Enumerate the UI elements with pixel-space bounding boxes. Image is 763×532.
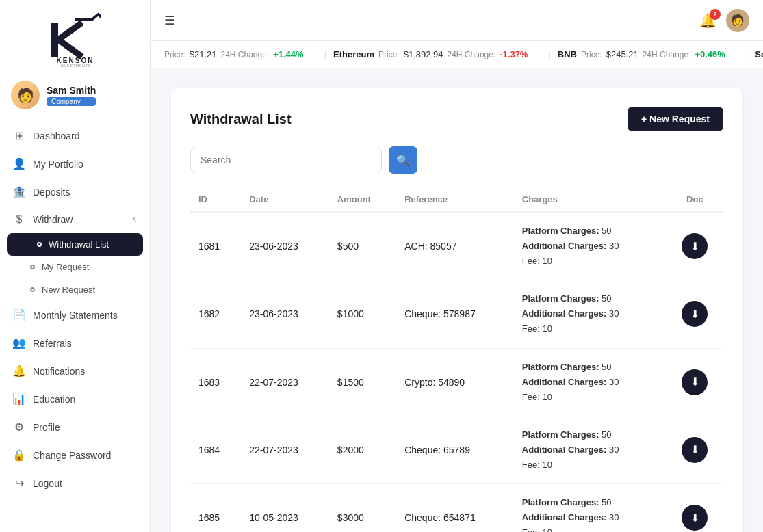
profile-icon: ⚙ bbox=[12, 421, 26, 434]
main-area: ☰ 🔔 2 🧑 Price: $21.21 24H Change: +1.44%… bbox=[151, 0, 763, 532]
cell-date: 10-05-2023 bbox=[241, 484, 329, 532]
cell-amount: $1000 bbox=[329, 280, 396, 348]
sidebar-item-notifications[interactable]: 🔔 Notifications bbox=[0, 357, 150, 385]
cell-charges: Platform Charges: 50 Additional Charges:… bbox=[514, 212, 667, 280]
notification-badge: 2 bbox=[710, 9, 721, 20]
ticker-change-label: 24H Change: bbox=[448, 50, 496, 59]
svg-text:INVESTMENTS: INVESTMENTS bbox=[59, 64, 91, 67]
col-amount: Amount bbox=[329, 187, 396, 212]
referrals-icon: 👥 bbox=[12, 336, 26, 349]
cell-date: 23-06-2023 bbox=[241, 280, 329, 348]
download-button[interactable]: ⬇ bbox=[682, 233, 708, 259]
ticker-price-label: Price: bbox=[581, 50, 602, 59]
sidebar-item-dashboard[interactable]: ⊞ Dashboard bbox=[0, 122, 150, 150]
download-button[interactable]: ⬇ bbox=[682, 505, 708, 531]
cell-id: 1682 bbox=[190, 280, 241, 348]
withdrawal-panel: Withdrawal List + New Request 🔍 ID Date … bbox=[171, 88, 742, 532]
sidebar-item-my-request[interactable]: My Request bbox=[0, 256, 150, 278]
user-name: Sam Smith bbox=[47, 85, 96, 96]
hamburger-button[interactable]: ☰ bbox=[164, 13, 175, 28]
search-icon: 🔍 bbox=[396, 154, 410, 167]
withdrawal-table: ID Date Amount Reference Charges Doc 168… bbox=[190, 187, 723, 532]
logo: KENSON INVESTMENTS bbox=[44, 12, 106, 67]
education-icon: 📊 bbox=[12, 393, 26, 405]
topbar-right: 🔔 2 🧑 bbox=[699, 9, 749, 32]
lock-icon: 🔒 bbox=[12, 449, 26, 462]
page-title: Withdrawal List bbox=[190, 111, 292, 127]
cell-reference: Cheque: 654871 bbox=[396, 484, 514, 532]
cell-charges: Platform Charges: 50 Additional Charges:… bbox=[514, 484, 667, 532]
dashboard-icon: ⊞ bbox=[12, 129, 26, 142]
cell-date: 23-06-2023 bbox=[241, 212, 329, 280]
col-id: ID bbox=[190, 187, 241, 212]
download-button[interactable]: ⬇ bbox=[682, 437, 708, 463]
sidebar-item-withdraw[interactable]: $ Withdraw ∧ bbox=[0, 206, 150, 233]
sidebar-item-label: Dashboard bbox=[33, 131, 138, 142]
portfolio-icon: 👤 bbox=[12, 157, 26, 170]
cell-amount: $2000 bbox=[329, 416, 396, 483]
sidebar-item-profile[interactable]: ⚙ Profile bbox=[0, 413, 150, 441]
sidebar-item-label: Change Password bbox=[33, 450, 138, 461]
ticker-separator: | bbox=[548, 49, 550, 59]
ticker-price-label: Price: bbox=[164, 50, 185, 59]
sidebar-item-label: Logout bbox=[33, 478, 138, 489]
search-input[interactable] bbox=[190, 148, 382, 172]
sidebar-subitem-label: New Request bbox=[42, 284, 95, 295]
sidebar-item-label: Referrals bbox=[33, 338, 138, 349]
sidebar-item-change-password[interactable]: 🔒 Change Password bbox=[0, 441, 150, 469]
withdraw-icon: $ bbox=[12, 213, 26, 226]
topbar-avatar[interactable]: 🧑 bbox=[726, 9, 749, 32]
sub-dot-icon bbox=[37, 242, 42, 247]
table-row: 1683 22-07-2023 $1500 Crypto: 54890 Plat… bbox=[190, 348, 723, 416]
sidebar-item-label: Monthly Statements bbox=[33, 310, 138, 321]
ticker-price: $21.21 bbox=[190, 49, 217, 59]
sidebar-item-label: Notifications bbox=[33, 366, 138, 377]
cell-doc: ⬇ bbox=[667, 484, 723, 532]
notifications-button[interactable]: 🔔 2 bbox=[699, 12, 716, 29]
cell-charges: Platform Charges: 50 Additional Charges:… bbox=[514, 416, 667, 483]
content-area: Withdrawal List + New Request 🔍 ID Date … bbox=[151, 68, 763, 532]
cell-id: 1681 bbox=[190, 212, 241, 280]
chevron-up-icon: ∧ bbox=[131, 215, 138, 224]
cell-charges: Platform Charges: 50 Additional Charges:… bbox=[514, 348, 667, 416]
new-request-button[interactable]: + New Request bbox=[628, 107, 723, 131]
sidebar-item-withdrawal-list[interactable]: Withdrawal List bbox=[7, 233, 143, 256]
ticker-change-label: 24H Change: bbox=[220, 50, 269, 59]
ticker-price: $1,892.94 bbox=[404, 49, 443, 59]
ticker-name: Solana bbox=[755, 49, 763, 59]
sidebar-item-portfolio[interactable]: 👤 My Portfolio bbox=[0, 150, 150, 178]
sidebar-item-label: Deposits bbox=[33, 187, 138, 198]
cell-amount: $1500 bbox=[329, 348, 396, 416]
ticker-change-label: 24H Change: bbox=[643, 50, 691, 59]
table-header-row: ID Date Amount Reference Charges Doc bbox=[190, 187, 723, 212]
sidebar-item-referrals[interactable]: 👥 Referrals bbox=[0, 329, 150, 357]
monthly-statements-icon: 📄 bbox=[12, 308, 26, 321]
cell-amount: $500 bbox=[329, 212, 396, 280]
ticker-name: BNB bbox=[558, 49, 577, 59]
sidebar-subitem-label: Withdrawal List bbox=[49, 239, 109, 250]
sidebar-item-monthly-statements[interactable]: 📄 Monthly Statements bbox=[0, 301, 150, 329]
col-charges: Charges bbox=[514, 187, 667, 212]
logo-area: KENSON INVESTMENTS bbox=[0, 0, 150, 74]
cell-reference: Cheque: 65789 bbox=[396, 416, 514, 483]
ticker-change-val: +1.44% bbox=[273, 49, 303, 59]
download-button[interactable]: ⬇ bbox=[682, 301, 708, 327]
sidebar-item-deposits[interactable]: 🏦 Deposits bbox=[0, 178, 150, 206]
download-button[interactable]: ⬇ bbox=[682, 369, 708, 395]
ticker-bar: Price: $21.21 24H Change: +1.44% | Ether… bbox=[151, 41, 763, 68]
ticker-price: $245.21 bbox=[606, 49, 638, 59]
cell-reference: Crypto: 54890 bbox=[396, 348, 514, 416]
sub-dot-icon bbox=[30, 287, 35, 292]
cell-charges: Platform Charges: 50 Additional Charges:… bbox=[514, 280, 667, 348]
search-button[interactable]: 🔍 bbox=[389, 146, 417, 174]
nav-menu: ⊞ Dashboard 👤 My Portfolio 🏦 Deposits $ … bbox=[0, 122, 150, 532]
cell-doc: ⬇ bbox=[667, 348, 723, 416]
sidebar-item-label: My Portfolio bbox=[33, 159, 138, 170]
table-wrap: ID Date Amount Reference Charges Doc 168… bbox=[190, 187, 723, 532]
sidebar-item-new-request[interactable]: New Request bbox=[0, 278, 150, 301]
sidebar-item-logout[interactable]: ↪ Logout bbox=[0, 469, 150, 497]
sidebar-item-education[interactable]: 📊 Education bbox=[0, 385, 150, 413]
ticker-change-val: +0.46% bbox=[695, 49, 725, 59]
ticker-item-bitcoin: Price: $21.21 24H Change: +1.44% bbox=[164, 49, 318, 59]
cell-id: 1684 bbox=[190, 416, 241, 483]
